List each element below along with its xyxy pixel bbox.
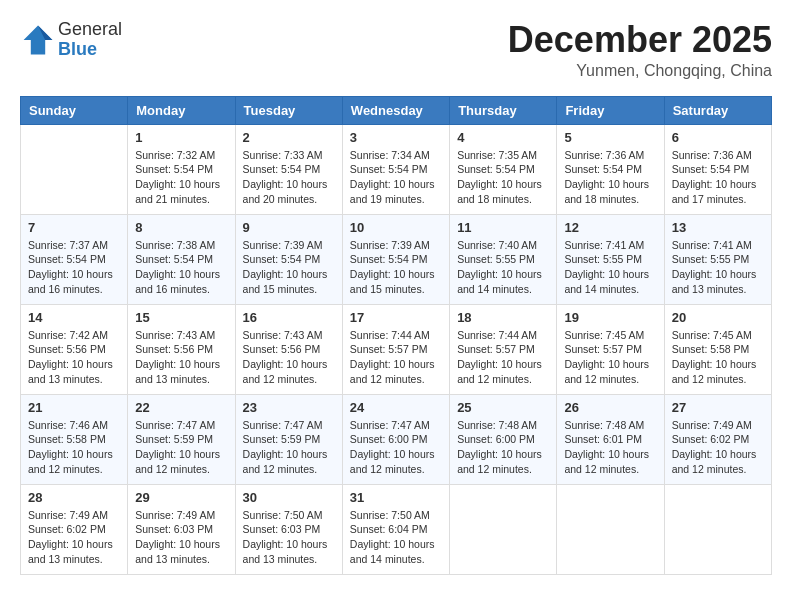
calendar-table: Sunday Monday Tuesday Wednesday Thursday… bbox=[20, 96, 772, 575]
table-row: 18 Sunrise: 7:44 AMSunset: 5:57 PMDaylig… bbox=[450, 304, 557, 394]
table-row: 13 Sunrise: 7:41 AMSunset: 5:55 PMDaylig… bbox=[664, 214, 771, 304]
day-info: Sunrise: 7:35 AMSunset: 5:54 PMDaylight:… bbox=[457, 148, 549, 207]
day-number: 6 bbox=[672, 130, 764, 145]
table-row: 5 Sunrise: 7:36 AMSunset: 5:54 PMDayligh… bbox=[557, 124, 664, 214]
table-row: 24 Sunrise: 7:47 AMSunset: 6:00 PMDaylig… bbox=[342, 394, 449, 484]
day-info: Sunrise: 7:47 AMSunset: 5:59 PMDaylight:… bbox=[243, 418, 335, 477]
day-number: 29 bbox=[135, 490, 227, 505]
day-number: 16 bbox=[243, 310, 335, 325]
table-row: 30 Sunrise: 7:50 AMSunset: 6:03 PMDaylig… bbox=[235, 484, 342, 574]
day-info: Sunrise: 7:32 AMSunset: 5:54 PMDaylight:… bbox=[135, 148, 227, 207]
table-row: 11 Sunrise: 7:40 AMSunset: 5:55 PMDaylig… bbox=[450, 214, 557, 304]
day-info: Sunrise: 7:44 AMSunset: 5:57 PMDaylight:… bbox=[350, 328, 442, 387]
day-number: 7 bbox=[28, 220, 120, 235]
table-row: 16 Sunrise: 7:43 AMSunset: 5:56 PMDaylig… bbox=[235, 304, 342, 394]
day-number: 4 bbox=[457, 130, 549, 145]
table-row: 10 Sunrise: 7:39 AMSunset: 5:54 PMDaylig… bbox=[342, 214, 449, 304]
title-area: December 2025 Yunmen, Chongqing, China bbox=[508, 20, 772, 80]
table-row: 23 Sunrise: 7:47 AMSunset: 5:59 PMDaylig… bbox=[235, 394, 342, 484]
day-number: 10 bbox=[350, 220, 442, 235]
day-number: 22 bbox=[135, 400, 227, 415]
day-number: 20 bbox=[672, 310, 764, 325]
day-number: 14 bbox=[28, 310, 120, 325]
table-row: 7 Sunrise: 7:37 AMSunset: 5:54 PMDayligh… bbox=[21, 214, 128, 304]
col-friday: Friday bbox=[557, 96, 664, 124]
day-info: Sunrise: 7:39 AMSunset: 5:54 PMDaylight:… bbox=[350, 238, 442, 297]
table-row: 14 Sunrise: 7:42 AMSunset: 5:56 PMDaylig… bbox=[21, 304, 128, 394]
table-row bbox=[664, 484, 771, 574]
table-row: 4 Sunrise: 7:35 AMSunset: 5:54 PMDayligh… bbox=[450, 124, 557, 214]
col-thursday: Thursday bbox=[450, 96, 557, 124]
day-info: Sunrise: 7:42 AMSunset: 5:56 PMDaylight:… bbox=[28, 328, 120, 387]
day-info: Sunrise: 7:47 AMSunset: 5:59 PMDaylight:… bbox=[135, 418, 227, 477]
day-info: Sunrise: 7:34 AMSunset: 5:54 PMDaylight:… bbox=[350, 148, 442, 207]
day-number: 2 bbox=[243, 130, 335, 145]
table-row: 21 Sunrise: 7:46 AMSunset: 5:58 PMDaylig… bbox=[21, 394, 128, 484]
table-row: 27 Sunrise: 7:49 AMSunset: 6:02 PMDaylig… bbox=[664, 394, 771, 484]
day-number: 8 bbox=[135, 220, 227, 235]
day-info: Sunrise: 7:41 AMSunset: 5:55 PMDaylight:… bbox=[672, 238, 764, 297]
day-info: Sunrise: 7:48 AMSunset: 6:00 PMDaylight:… bbox=[457, 418, 549, 477]
day-info: Sunrise: 7:50 AMSunset: 6:03 PMDaylight:… bbox=[243, 508, 335, 567]
table-row bbox=[21, 124, 128, 214]
day-info: Sunrise: 7:50 AMSunset: 6:04 PMDaylight:… bbox=[350, 508, 442, 567]
day-info: Sunrise: 7:36 AMSunset: 5:54 PMDaylight:… bbox=[672, 148, 764, 207]
logo-general-text: General bbox=[58, 20, 122, 40]
logo-text: General Blue bbox=[58, 20, 122, 60]
table-row: 6 Sunrise: 7:36 AMSunset: 5:54 PMDayligh… bbox=[664, 124, 771, 214]
day-number: 30 bbox=[243, 490, 335, 505]
day-info: Sunrise: 7:38 AMSunset: 5:54 PMDaylight:… bbox=[135, 238, 227, 297]
header: General Blue December 2025 Yunmen, Chong… bbox=[20, 20, 772, 80]
table-row: 3 Sunrise: 7:34 AMSunset: 5:54 PMDayligh… bbox=[342, 124, 449, 214]
day-number: 21 bbox=[28, 400, 120, 415]
day-info: Sunrise: 7:49 AMSunset: 6:02 PMDaylight:… bbox=[672, 418, 764, 477]
day-info: Sunrise: 7:36 AMSunset: 5:54 PMDaylight:… bbox=[564, 148, 656, 207]
table-row bbox=[557, 484, 664, 574]
day-number: 26 bbox=[564, 400, 656, 415]
day-number: 5 bbox=[564, 130, 656, 145]
day-number: 1 bbox=[135, 130, 227, 145]
day-info: Sunrise: 7:46 AMSunset: 5:58 PMDaylight:… bbox=[28, 418, 120, 477]
day-number: 31 bbox=[350, 490, 442, 505]
calendar-week-4: 21 Sunrise: 7:46 AMSunset: 5:58 PMDaylig… bbox=[21, 394, 772, 484]
day-info: Sunrise: 7:39 AMSunset: 5:54 PMDaylight:… bbox=[243, 238, 335, 297]
table-row: 15 Sunrise: 7:43 AMSunset: 5:56 PMDaylig… bbox=[128, 304, 235, 394]
day-info: Sunrise: 7:48 AMSunset: 6:01 PMDaylight:… bbox=[564, 418, 656, 477]
table-row bbox=[450, 484, 557, 574]
location-title: Yunmen, Chongqing, China bbox=[508, 62, 772, 80]
table-row: 26 Sunrise: 7:48 AMSunset: 6:01 PMDaylig… bbox=[557, 394, 664, 484]
logo: General Blue bbox=[20, 20, 122, 60]
day-number: 13 bbox=[672, 220, 764, 235]
day-info: Sunrise: 7:45 AMSunset: 5:57 PMDaylight:… bbox=[564, 328, 656, 387]
table-row: 20 Sunrise: 7:45 AMSunset: 5:58 PMDaylig… bbox=[664, 304, 771, 394]
col-wednesday: Wednesday bbox=[342, 96, 449, 124]
calendar-week-3: 14 Sunrise: 7:42 AMSunset: 5:56 PMDaylig… bbox=[21, 304, 772, 394]
calendar-week-1: 1 Sunrise: 7:32 AMSunset: 5:54 PMDayligh… bbox=[21, 124, 772, 214]
day-info: Sunrise: 7:43 AMSunset: 5:56 PMDaylight:… bbox=[135, 328, 227, 387]
table-row: 22 Sunrise: 7:47 AMSunset: 5:59 PMDaylig… bbox=[128, 394, 235, 484]
day-info: Sunrise: 7:43 AMSunset: 5:56 PMDaylight:… bbox=[243, 328, 335, 387]
day-info: Sunrise: 7:33 AMSunset: 5:54 PMDaylight:… bbox=[243, 148, 335, 207]
col-sunday: Sunday bbox=[21, 96, 128, 124]
header-row: Sunday Monday Tuesday Wednesday Thursday… bbox=[21, 96, 772, 124]
day-number: 24 bbox=[350, 400, 442, 415]
table-row: 29 Sunrise: 7:49 AMSunset: 6:03 PMDaylig… bbox=[128, 484, 235, 574]
col-monday: Monday bbox=[128, 96, 235, 124]
table-row: 8 Sunrise: 7:38 AMSunset: 5:54 PMDayligh… bbox=[128, 214, 235, 304]
logo-blue-text: Blue bbox=[58, 40, 122, 60]
day-info: Sunrise: 7:49 AMSunset: 6:03 PMDaylight:… bbox=[135, 508, 227, 567]
day-info: Sunrise: 7:41 AMSunset: 5:55 PMDaylight:… bbox=[564, 238, 656, 297]
day-number: 3 bbox=[350, 130, 442, 145]
day-info: Sunrise: 7:47 AMSunset: 6:00 PMDaylight:… bbox=[350, 418, 442, 477]
day-info: Sunrise: 7:44 AMSunset: 5:57 PMDaylight:… bbox=[457, 328, 549, 387]
day-info: Sunrise: 7:40 AMSunset: 5:55 PMDaylight:… bbox=[457, 238, 549, 297]
table-row: 19 Sunrise: 7:45 AMSunset: 5:57 PMDaylig… bbox=[557, 304, 664, 394]
table-row: 25 Sunrise: 7:48 AMSunset: 6:00 PMDaylig… bbox=[450, 394, 557, 484]
month-title: December 2025 bbox=[508, 20, 772, 60]
calendar-week-2: 7 Sunrise: 7:37 AMSunset: 5:54 PMDayligh… bbox=[21, 214, 772, 304]
table-row: 1 Sunrise: 7:32 AMSunset: 5:54 PMDayligh… bbox=[128, 124, 235, 214]
table-row: 2 Sunrise: 7:33 AMSunset: 5:54 PMDayligh… bbox=[235, 124, 342, 214]
day-number: 15 bbox=[135, 310, 227, 325]
day-number: 9 bbox=[243, 220, 335, 235]
table-row: 12 Sunrise: 7:41 AMSunset: 5:55 PMDaylig… bbox=[557, 214, 664, 304]
